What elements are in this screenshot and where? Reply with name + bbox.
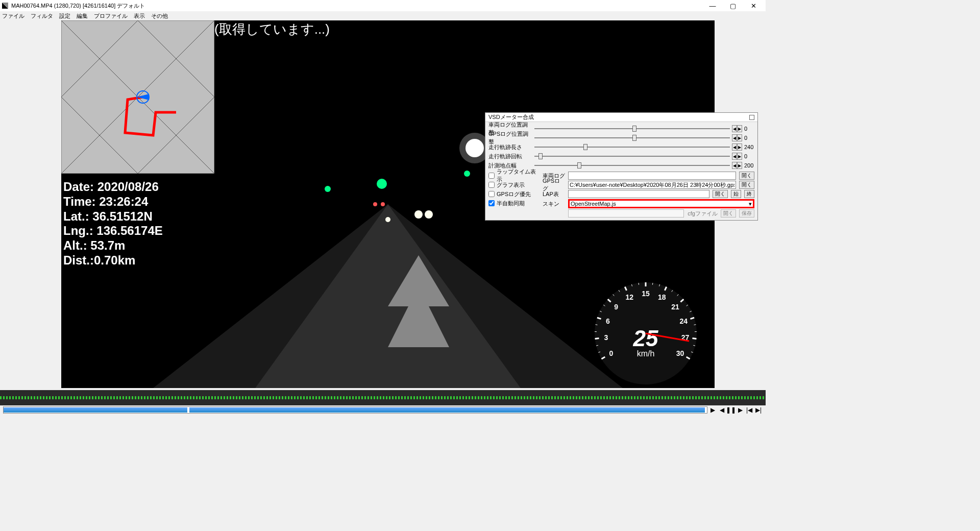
next-button[interactable]: ▶| — [754, 406, 763, 414]
svg-text:21: 21 — [671, 303, 679, 311]
progress-segment-1 — [4, 407, 187, 413]
gps-minimap — [61, 20, 214, 174]
svg-line-59 — [694, 325, 696, 325]
menu-other[interactable]: その他 — [151, 12, 168, 20]
file-skin: スキン OpenStreetMap.js ▾ — [543, 199, 754, 209]
speed-unit: km/h — [637, 349, 655, 358]
audio-waveform — [0, 396, 766, 399]
svg-text:0: 0 — [609, 349, 614, 357]
svg-point-8 — [464, 171, 470, 177]
check-semiSync[interactable]: 半自動同期 — [488, 199, 540, 208]
checkbox[interactable] — [488, 182, 495, 188]
slider-value: 0 — [742, 135, 754, 141]
slider-track[interactable] — [534, 125, 730, 132]
slider-track[interactable] — [534, 134, 730, 141]
step-back-button[interactable]: ◀ — [718, 406, 726, 414]
vehlog-input[interactable] — [568, 172, 736, 180]
check-label: グラフ表示 — [497, 181, 525, 189]
gpslog-input[interactable] — [568, 181, 736, 189]
pin-icon[interactable] — [749, 115, 754, 120]
svg-point-11 — [385, 217, 390, 222]
menu-edit[interactable]: 編集 — [77, 12, 88, 20]
slider-value: 0 — [742, 153, 754, 159]
slider-label: 走行軌跡回転 — [488, 153, 532, 160]
menu-profile[interactable]: プロファイル — [94, 12, 128, 20]
timeline[interactable] — [0, 390, 766, 405]
checkbox[interactable] — [488, 200, 495, 206]
svg-text:30: 30 — [676, 349, 684, 357]
svg-point-12 — [373, 202, 377, 206]
loading-text: (取得しています...) — [214, 20, 330, 38]
vehlog-open-button[interactable]: 開く — [739, 172, 754, 180]
skin-select[interactable]: OpenStreetMap.js ▾ — [568, 199, 754, 208]
svg-point-9 — [414, 210, 423, 219]
lap-end-button[interactable]: 終 — [744, 190, 754, 198]
menu-bar: ファイル フィルタ 設定 編集 プロファイル 表示 その他 — [0, 11, 766, 20]
svg-text:3: 3 — [604, 333, 608, 342]
svg-text:6: 6 — [606, 317, 610, 325]
slider-spinner[interactable]: ◀▶ — [732, 134, 742, 141]
slider-spinner[interactable]: ◀▶ — [732, 153, 742, 160]
svg-line-29 — [595, 339, 599, 339]
play-button[interactable]: ▶ — [708, 406, 717, 414]
pause-button[interactable]: ❚❚ — [727, 406, 735, 414]
svg-line-61 — [692, 339, 696, 339]
cfg-open-button[interactable]: 開く — [721, 209, 736, 218]
lap-input[interactable] — [568, 190, 709, 198]
slider-trackLen: 走行軌跡長さ ◀▶ 240 — [488, 142, 754, 152]
file-cfg: cfgファイル 開く 保存 — [543, 209, 754, 218]
slider-label: 走行軌跡長さ — [488, 143, 532, 151]
check-gpsPrio[interactable]: GPSログ優先 — [488, 189, 540, 199]
slider-track[interactable] — [534, 162, 730, 169]
menu-settings[interactable]: 設定 — [59, 12, 70, 20]
telemetry-alt: Alt.: 53.7m — [63, 238, 163, 253]
step-fwd-button[interactable]: ▶ — [736, 406, 744, 414]
slider-value: 240 — [742, 144, 754, 150]
gpslog-open-button[interactable]: 開く — [739, 181, 754, 189]
vsd-meter-panel: VSDメーター合成 車両ログ位置調整 ◀▶ 0 GPSログ位置調整 ◀▶ 0 走… — [485, 112, 758, 221]
slider-spinner[interactable]: ◀▶ — [732, 125, 742, 132]
cfg-input[interactable] — [568, 209, 684, 218]
svg-text:15: 15 — [642, 289, 650, 298]
svg-text:9: 9 — [614, 303, 618, 311]
maximize-button[interactable]: ▢ — [723, 0, 743, 11]
close-button[interactable]: ✕ — [743, 0, 764, 11]
cfg-save-button[interactable]: 保存 — [739, 209, 754, 218]
lap-start-button[interactable]: 始 — [731, 190, 741, 198]
window-title: MAH00764.MP4 (1280,720) [4261/16140] デフォ… — [11, 2, 145, 10]
slider-trackRot: 走行軌跡回転 ◀▶ 0 — [488, 152, 754, 161]
svg-point-7 — [325, 186, 331, 192]
progress-segment-2 — [189, 407, 705, 413]
slider-track[interactable] — [534, 143, 730, 151]
vsd-panel-title: VSDメーター合成 — [488, 113, 534, 121]
minimize-button[interactable]: — — [702, 0, 723, 11]
telemetry-lat: Lat.: 36.51512N — [63, 209, 163, 224]
slider-gpsLogAdj: GPSログ位置調整 ◀▶ 0 — [488, 133, 754, 142]
title-bar: MAH00764.MP4 (1280,720) [4261/16140] デフォ… — [0, 0, 766, 11]
file-vehlog: 車両ログ 開く — [543, 171, 754, 180]
menu-filter[interactable]: フィルタ — [31, 12, 53, 20]
slider-spinner[interactable]: ◀▶ — [732, 143, 742, 151]
svg-text:18: 18 — [658, 293, 666, 301]
telemetry-lng: Lng.: 136.56174E — [63, 224, 163, 238]
menu-file[interactable]: ファイル — [2, 12, 24, 20]
slider-value: 0 — [742, 126, 754, 132]
file-gpslog: GPSログ 開く — [543, 180, 754, 189]
app-icon — [2, 3, 8, 9]
svg-point-6 — [377, 179, 387, 189]
lap-open-button[interactable]: 開く — [713, 190, 728, 198]
checkbox[interactable] — [488, 173, 495, 179]
checkbox[interactable] — [488, 191, 495, 197]
check-laptime[interactable]: ラップタイム表示 — [488, 171, 540, 180]
svg-line-32 — [596, 325, 598, 325]
telemetry-dist: Dist.:0.70km — [63, 253, 163, 268]
svg-text:12: 12 — [625, 293, 633, 301]
prev-button[interactable]: |◀ — [745, 406, 753, 414]
menu-view[interactable]: 表示 — [134, 12, 145, 20]
slider-track[interactable] — [534, 153, 730, 160]
progress-bar[interactable] — [3, 406, 707, 414]
slider-spinner[interactable]: ◀▶ — [732, 162, 742, 169]
playback-controls: ▶ ◀ ❚❚ ▶ |◀ ▶| — [708, 405, 763, 415]
svg-point-10 — [425, 210, 433, 219]
svg-line-44 — [639, 283, 639, 285]
